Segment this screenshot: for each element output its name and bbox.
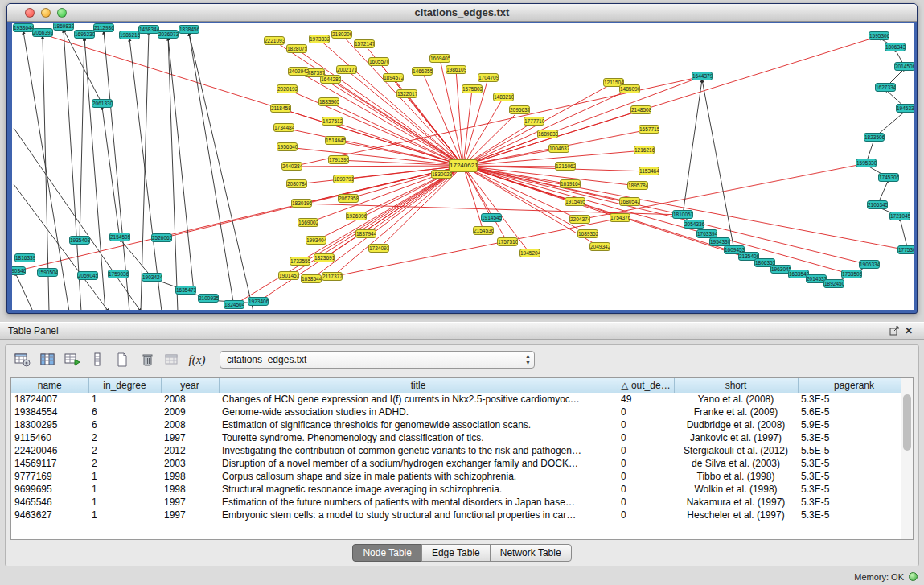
graph-node[interactable]: 12160621 bbox=[555, 162, 576, 171]
graph-node[interactable]: 21485085 bbox=[630, 105, 651, 114]
graph-node[interactable]: 24029429 bbox=[288, 67, 309, 76]
table-row[interactable]: 946554611997Estimation of the future num… bbox=[11, 496, 910, 509]
table-row[interactable]: 969969511998Structural magnetic resonanc… bbox=[11, 483, 910, 496]
zoom-button[interactable] bbox=[57, 8, 67, 18]
graph-node[interactable]: 18839057 bbox=[318, 97, 339, 106]
graph-node[interactable]: 18100533 bbox=[672, 210, 693, 219]
graph-node[interactable]: 20679587 bbox=[338, 194, 359, 203]
graph-node[interactable]: 20543363 bbox=[684, 220, 704, 229]
column-header-pagerank[interactable]: pagerank bbox=[798, 378, 910, 393]
graph-node[interactable]: 19154954 bbox=[565, 197, 585, 206]
graph-node[interactable]: 22043746 bbox=[569, 215, 590, 224]
graph-node[interactable]: 21173776 bbox=[322, 272, 343, 281]
graph-node[interactable]: 20613305 bbox=[92, 99, 113, 108]
graph-node[interactable]: 20807843 bbox=[286, 179, 307, 188]
graph-node[interactable]: 14275122 bbox=[322, 117, 343, 126]
graph-node[interactable]: 25260650 bbox=[151, 233, 172, 242]
table-row[interactable]: 1456911722003Disruption of a novel membe… bbox=[11, 457, 910, 470]
graph-node[interactable]: 16443794 bbox=[692, 72, 713, 80]
close-button[interactable] bbox=[25, 8, 35, 18]
graph-node[interactable]: 16694057 bbox=[429, 54, 450, 63]
graph-node[interactable]: 22210936 bbox=[264, 36, 285, 45]
edit-table-icon[interactable] bbox=[62, 349, 83, 370]
column-header-short[interactable]: short bbox=[674, 378, 798, 393]
graph-node[interactable]: 17777107 bbox=[524, 117, 544, 126]
window-titlebar[interactable]: citations_edges.txt bbox=[7, 4, 917, 22]
graph-node[interactable]: 20493429 bbox=[589, 242, 610, 251]
table-row[interactable]: 1872400712008Changes of HCN gene express… bbox=[11, 393, 910, 406]
graph-node[interactable]: 19934047 bbox=[306, 236, 326, 245]
split-divider[interactable]: ▾ bbox=[0, 315, 924, 322]
graph-node[interactable]: 11534645 bbox=[639, 167, 659, 175]
graph-node[interactable]: 15953063 bbox=[869, 31, 889, 40]
graph-node[interactable]: 14850903 bbox=[619, 84, 640, 93]
graph-node[interactable]: 10046378 bbox=[548, 144, 569, 153]
import-table-icon[interactable] bbox=[162, 349, 183, 370]
graph-node[interactable]: 16354734 bbox=[175, 286, 196, 295]
graph-node[interactable]: 14662554 bbox=[412, 67, 433, 76]
graph-node[interactable]: 17240936 bbox=[368, 244, 389, 253]
tab-edge-table[interactable]: Edge Table bbox=[421, 544, 491, 562]
tab-network-table[interactable]: Network Table bbox=[490, 544, 572, 562]
graph-node[interactable]: 19453306 bbox=[896, 104, 914, 113]
graph-node[interactable]: 18907913 bbox=[333, 175, 354, 183]
graph-node[interactable]: 17753062 bbox=[897, 245, 914, 254]
graph-node[interactable]: 17210453 bbox=[889, 212, 910, 220]
graph-node[interactable]: 18384564 bbox=[179, 25, 199, 34]
table-row[interactable]: 1830029562008Estimation of significance … bbox=[11, 418, 910, 431]
graph-node[interactable]: 17047095 bbox=[478, 73, 499, 82]
delete-icon[interactable] bbox=[137, 349, 158, 370]
graph-node[interactable]: 18924502 bbox=[823, 279, 844, 288]
function-icon[interactable]: f(x) bbox=[187, 349, 207, 370]
graph-node[interactable]: 21184583 bbox=[270, 104, 291, 113]
graph-node[interactable]: 18945720 bbox=[383, 73, 404, 82]
graph-node[interactable]: 20360734 bbox=[158, 30, 179, 39]
tab-node-table[interactable]: Node Table bbox=[352, 544, 422, 562]
graph-node[interactable]: 17913903 bbox=[328, 155, 349, 164]
graph-node[interactable]: 14832108 bbox=[493, 93, 514, 101]
table-row[interactable]: 1938455462009Genome-wide association stu… bbox=[11, 406, 910, 418]
close-panel-icon[interactable]: ✕ bbox=[901, 324, 916, 337]
column-header-name[interactable]: name bbox=[11, 378, 88, 393]
graph-node[interactable]: 19862163 bbox=[119, 31, 140, 39]
graph-node[interactable]: 15905043 bbox=[37, 268, 58, 277]
graph-node[interactable]: 18280754 bbox=[286, 44, 307, 53]
table-scrollbar[interactable] bbox=[901, 378, 913, 539]
graph-node[interactable]: 16690024 bbox=[298, 218, 318, 227]
graph-node[interactable]: 12162164 bbox=[634, 146, 655, 154]
graph-node[interactable]: 13220179 bbox=[396, 89, 417, 98]
graph-node[interactable]: 16273345 bbox=[875, 83, 896, 92]
graph-node[interactable]: 19234062 bbox=[248, 297, 269, 306]
graph-node[interactable]: 19452042 bbox=[519, 249, 540, 257]
graph-node[interactable]: 16055709 bbox=[368, 57, 389, 66]
graph-node[interactable]: 19063345 bbox=[859, 260, 880, 269]
graph-node[interactable]: 20201924 bbox=[277, 84, 298, 93]
graph-node[interactable]: 24403847 bbox=[281, 162, 302, 171]
column-header-title[interactable]: title bbox=[219, 378, 618, 393]
graph-node[interactable]: 17590364 bbox=[108, 270, 129, 278]
graph-node[interactable]: 17453063 bbox=[878, 173, 899, 182]
table-row[interactable]: 946362711997Embryonic stem cells: a mode… bbox=[11, 509, 910, 521]
graph-node[interactable]: 20021716 bbox=[336, 65, 357, 74]
graph-node[interactable]: 16385446 bbox=[301, 274, 322, 283]
graph-node[interactable]: 19014532 bbox=[278, 271, 299, 280]
graph-node[interactable]: 17325556 bbox=[290, 257, 310, 266]
graph-node[interactable]: 18245042 bbox=[224, 300, 244, 309]
graph-node[interactable]: 19034245 bbox=[142, 273, 162, 282]
graph-node[interactable]: 17344845 bbox=[273, 123, 294, 132]
graph-node[interactable]: 19733328 bbox=[309, 35, 330, 43]
graph-node[interactable]: 16191642 bbox=[560, 179, 581, 188]
graph-node[interactable]: 17575105 bbox=[497, 237, 518, 246]
graph-node[interactable]: 19336442 bbox=[13, 23, 34, 32]
graph-node[interactable]: 16962306 bbox=[74, 30, 95, 39]
graph-node[interactable]: 18698321 bbox=[53, 23, 74, 31]
column-header-year[interactable]: year bbox=[161, 378, 219, 393]
show-columns-icon[interactable] bbox=[37, 349, 58, 370]
table-row[interactable]: 911546021997Tourette syndrome. Phenomeno… bbox=[11, 431, 910, 444]
graph-node[interactable]: 20145063 bbox=[894, 62, 914, 71]
graph-node[interactable]: 21009356 bbox=[198, 294, 219, 303]
graph-node[interactable]: 21129364 bbox=[93, 23, 114, 32]
graph-node[interactable]: 16805429 bbox=[619, 197, 640, 206]
graph-node[interactable]: 15146457 bbox=[325, 136, 346, 145]
table-row[interactable]: 2242004622012Investigating the contribut… bbox=[11, 444, 910, 457]
